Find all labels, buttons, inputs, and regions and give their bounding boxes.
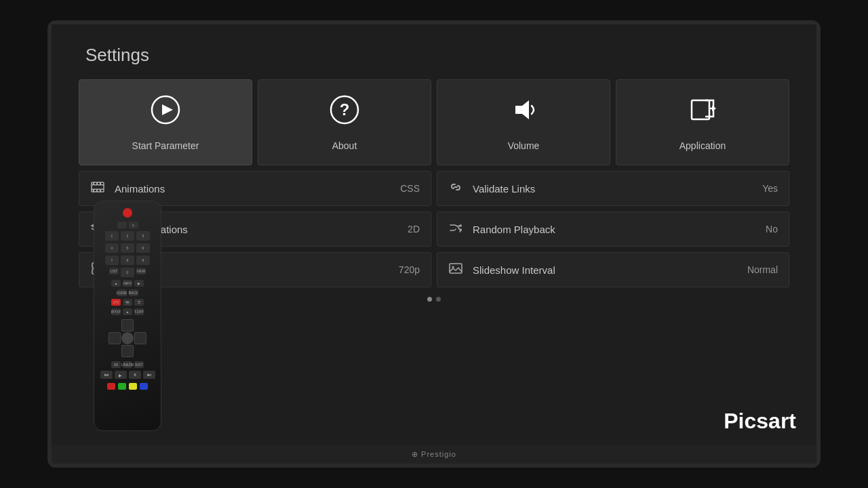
remote-btn: ▶ (134, 280, 144, 287)
tile-about-label: About (332, 140, 357, 151)
remote-pause: ⏸ (129, 371, 141, 379)
remote-green-btn (118, 383, 126, 390)
remote-btn: ≡ (129, 222, 138, 228)
remote-btn: ☰ (134, 299, 144, 306)
remote-red-btn (107, 383, 115, 390)
remote-btn: 7 (105, 256, 119, 265)
svg-rect-16 (100, 190, 101, 192)
remote-btn: 5 (121, 243, 134, 253)
random-playback-value: No (766, 224, 778, 235)
remote-btn: 1 (105, 231, 119, 241)
tile-about[interactable]: ? About (258, 79, 431, 165)
image-icon (448, 261, 465, 279)
svg-rect-12 (96, 182, 98, 184)
monitor-bottom-bar: ⊕ Prestigio (52, 445, 816, 464)
remote-ok (121, 332, 134, 344)
remote-play: ▶ (115, 371, 127, 379)
settings-list: Animations CSS Validate Links Yes (79, 171, 789, 287)
remote-rewind: ⏮ (100, 371, 113, 379)
film-icon (90, 180, 106, 198)
dot-1[interactable] (427, 297, 432, 302)
play-circle-icon (149, 94, 182, 132)
svg-marker-1 (162, 104, 173, 115)
remote-btn: BITXT (111, 308, 121, 315)
remote-btn: T.OPT (134, 308, 144, 315)
remote-btn: ▲ (111, 280, 121, 287)
remote-control: ≡ 1 2 3 4 5 6 7 8 9 LIST 0 VIEW (94, 201, 161, 431)
tile-application-label: Application (679, 140, 726, 151)
layout-value: 720p (399, 264, 420, 275)
remote-forward: ⏭ (143, 371, 155, 379)
slideshow-interval-value: Normal (747, 264, 778, 275)
remote-btn: ▲ (123, 308, 132, 315)
settings-tiles: Start Parameter ? About (79, 79, 789, 165)
remote-blue-btn (140, 383, 148, 390)
list-item-slideshow-interval[interactable]: Slideshow Interval Normal (437, 252, 789, 287)
remote-yellow-btn (129, 383, 137, 390)
svg-rect-13 (100, 182, 101, 184)
random-playback-label: Random Playback (473, 224, 766, 235)
svg-marker-4 (515, 100, 529, 119)
remote-btn: VIEW (136, 268, 146, 274)
validate-links-label: Validate Links (473, 183, 762, 195)
remote-color-buttons (107, 383, 148, 390)
remote-btn: LINEZM (123, 361, 132, 368)
slideshow-interval-label: Slideshow Interval (473, 264, 747, 276)
list-item-random-playback[interactable]: Random Playback No (437, 211, 789, 247)
transformations-value: 2D (408, 224, 420, 235)
remote-btn: GUIDE (117, 289, 127, 296)
svg-rect-10 (92, 188, 104, 190)
tile-start-parameter-label: Start Parameter (132, 140, 199, 151)
remote-dpad (108, 319, 146, 357)
screen: ≡ 1 2 3 4 5 6 7 8 9 LIST 0 VIEW (52, 24, 816, 445)
remote-btn: 3 (136, 231, 150, 241)
remote-down (121, 345, 134, 357)
svg-rect-11 (93, 182, 94, 184)
animations-value: CSS (400, 183, 420, 194)
dot-2[interactable] (436, 297, 441, 302)
remote-rec-btn: 1TV (111, 299, 121, 306)
svg-rect-14 (93, 190, 94, 192)
remote-btn: EXIT (134, 361, 144, 368)
prestige-logo: ⊕ Prestigio (412, 450, 456, 459)
remote-btn: LIST (109, 268, 119, 274)
remote-btn: 4 (105, 243, 119, 253)
remote-right (134, 332, 146, 344)
application-icon (686, 94, 719, 132)
remote-btn: 📷 (123, 299, 132, 306)
remote-btn (117, 222, 127, 228)
svg-point-24 (452, 266, 454, 268)
link-icon (448, 180, 465, 198)
animations-label: Animations (115, 183, 400, 195)
remote-btn: 9 (136, 256, 150, 265)
remote-btn: 6 (136, 243, 150, 253)
remote-left (108, 332, 121, 344)
picsart-logo: Picsart (724, 409, 796, 434)
list-item-validate-links[interactable]: Validate Links Yes (437, 171, 789, 206)
pagination-dots (79, 297, 789, 302)
tile-volume[interactable]: Volume (437, 79, 610, 165)
help-circle-icon: ? (328, 94, 361, 132)
remote-btn: 0 (121, 268, 134, 277)
remote-btn: 8 (121, 256, 134, 265)
remote-up (121, 319, 134, 331)
shuffle-icon (448, 220, 465, 239)
svg-rect-15 (96, 190, 98, 192)
remote-btn: BACK (129, 289, 138, 296)
volume-icon (507, 94, 540, 132)
remote-power-button (123, 208, 132, 218)
tile-volume-label: Volume (508, 140, 540, 151)
page-title: Settings (85, 45, 789, 66)
remote-btn: AD (111, 361, 121, 368)
svg-text:?: ? (340, 100, 350, 119)
remote-btn: INFO (123, 280, 132, 287)
validate-links-value: Yes (762, 183, 778, 194)
svg-rect-9 (92, 184, 104, 186)
remote-transport: ⏮ ▶ ⏸ ⏭ (100, 371, 155, 379)
svg-rect-23 (450, 264, 462, 273)
remote-btn: 2 (121, 231, 134, 241)
monitor: ≡ 1 2 3 4 5 6 7 8 9 LIST 0 VIEW (47, 20, 821, 468)
tile-start-parameter[interactable]: Start Parameter (79, 79, 252, 165)
tile-application[interactable]: Application (616, 79, 789, 165)
